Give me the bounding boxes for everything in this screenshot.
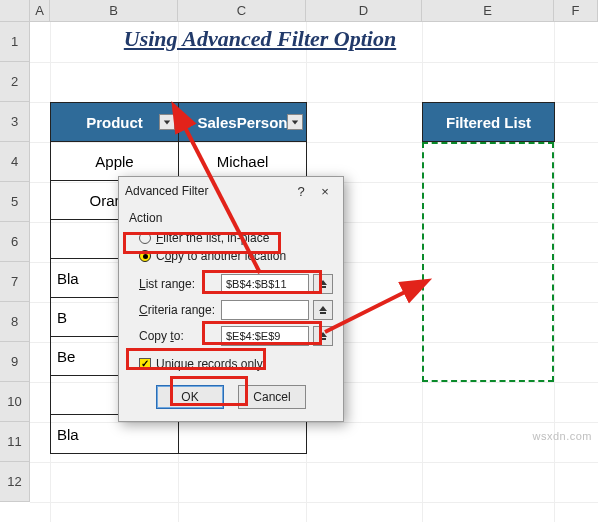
list-range-picker[interactable] (313, 274, 333, 294)
copy-to-picker[interactable] (313, 326, 333, 346)
row-header-10[interactable]: 10 (0, 382, 30, 422)
svg-marker-0 (164, 120, 170, 124)
header-product[interactable]: Product (51, 103, 179, 142)
chevron-down-icon (163, 118, 171, 126)
cancel-button[interactable]: Cancel (238, 385, 306, 409)
row-header-11[interactable]: 11 (0, 422, 30, 462)
col-header-c[interactable]: C (178, 0, 306, 22)
copy-to-label: Copy to: (139, 329, 217, 343)
watermark: wsxdn.com (532, 430, 592, 442)
row-header-12[interactable]: 12 (0, 462, 30, 502)
filter-button-salesperson[interactable] (287, 114, 303, 130)
row-header-5[interactable]: 5 (0, 182, 30, 222)
filter-button-product[interactable] (159, 114, 175, 130)
svg-rect-3 (320, 286, 326, 288)
row-header-7[interactable]: 7 (0, 262, 30, 302)
header-product-label: Product (86, 114, 143, 131)
column-headers: A B C D E F (0, 0, 598, 22)
criteria-range-label: Criteria range: (139, 303, 217, 317)
unique-records-checkbox[interactable]: Unique records only (129, 355, 333, 373)
criteria-range-row: Criteria range: (129, 297, 333, 323)
ok-button[interactable]: OK (156, 385, 224, 409)
row-headers: 1 2 3 4 5 6 7 8 9 10 11 12 (0, 22, 30, 502)
row-header-4[interactable]: 4 (0, 142, 30, 182)
radio-copy-location[interactable]: Copy to another location (129, 247, 333, 265)
svg-rect-7 (320, 338, 326, 340)
copy-to-row: Copy to: $E$4:$E$9 (129, 323, 333, 349)
copy-destination-marquee (422, 142, 554, 382)
col-header-f[interactable]: F (554, 0, 598, 22)
unique-records-label: Unique records only (156, 357, 263, 371)
cell-c4[interactable]: Michael (179, 142, 307, 181)
svg-marker-4 (319, 306, 327, 311)
collapse-dialog-icon (318, 279, 328, 289)
col-header-d[interactable]: D (306, 0, 422, 22)
chevron-down-icon (291, 118, 299, 126)
dialog-close-button[interactable]: × (313, 184, 337, 199)
header-salesperson-label: SalesPerson (197, 114, 287, 131)
svg-marker-6 (319, 332, 327, 337)
row-header-3[interactable]: 3 (0, 102, 30, 142)
row-header-6[interactable]: 6 (0, 222, 30, 262)
row-header-9[interactable]: 9 (0, 342, 30, 382)
collapse-dialog-icon (318, 305, 328, 315)
page-title: Using Advanced Filter Option (70, 26, 450, 52)
action-group-label: Action (119, 205, 343, 225)
header-filtered[interactable]: Filtered List (423, 103, 555, 142)
filtered-table: Filtered List (422, 102, 555, 142)
list-range-row: List range: $B$4:$B$11 (129, 271, 333, 297)
criteria-range-input[interactable] (221, 300, 309, 320)
list-range-label: List range: (139, 277, 217, 291)
row-header-1[interactable]: 1 (0, 22, 30, 62)
dialog-help-button[interactable]: ? (289, 184, 313, 199)
col-header-e[interactable]: E (422, 0, 554, 22)
select-all-corner[interactable] (0, 0, 30, 22)
dialog-titlebar[interactable]: Advanced Filter ? × (119, 177, 343, 205)
dialog-buttons: OK Cancel (119, 375, 343, 421)
svg-marker-2 (319, 280, 327, 285)
svg-marker-1 (292, 120, 298, 124)
checkbox-checked-icon (139, 358, 151, 370)
copy-to-input[interactable]: $E$4:$E$9 (221, 326, 309, 346)
cell-b4[interactable]: Apple (51, 142, 179, 181)
col-header-b[interactable]: B (50, 0, 178, 22)
radio-filter-inplace[interactable]: Filter the list, in-place (129, 229, 333, 247)
advanced-filter-dialog: Advanced Filter ? × Action Filter the li… (118, 176, 344, 422)
list-range-input[interactable]: $B$4:$B$11 (221, 274, 309, 294)
row-header-2[interactable]: 2 (0, 62, 30, 102)
header-salesperson[interactable]: SalesPerson (179, 103, 307, 142)
radio-icon (139, 232, 151, 244)
col-header-a[interactable]: A (30, 0, 50, 22)
collapse-dialog-icon (318, 331, 328, 341)
radio-inplace-label: Filter the list, in-place (156, 231, 269, 245)
dialog-title: Advanced Filter (125, 184, 289, 198)
row-header-8[interactable]: 8 (0, 302, 30, 342)
svg-rect-5 (320, 312, 326, 314)
radio-icon-selected (139, 250, 151, 262)
criteria-range-picker[interactable] (313, 300, 333, 320)
radio-copy-label: Copy to another location (156, 249, 286, 263)
